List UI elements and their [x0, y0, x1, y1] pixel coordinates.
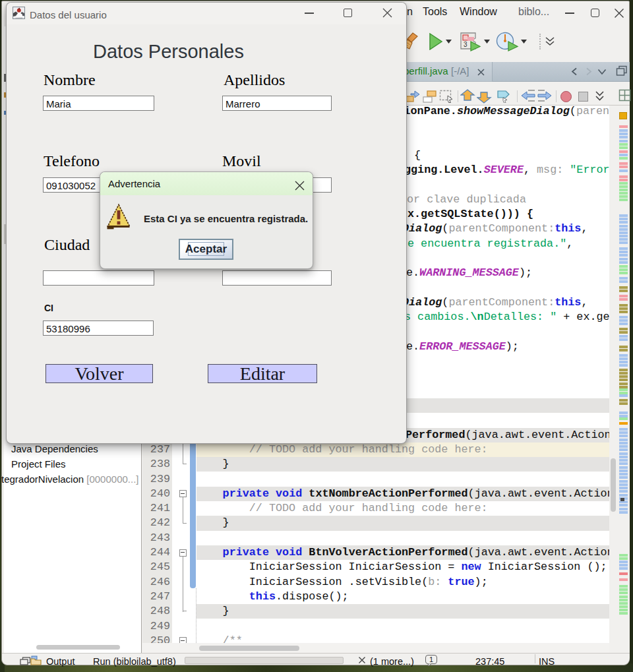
svg-text:3: 3 [464, 41, 467, 48]
